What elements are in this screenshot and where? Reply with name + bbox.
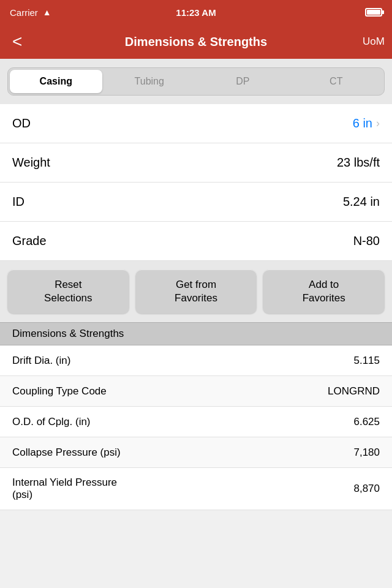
details-table: Drift Dia. (in) 5.115 Coupling Type Code… — [0, 345, 392, 510]
od-label: OD — [12, 116, 31, 130]
reset-selections-button[interactable]: ResetSelections — [7, 270, 129, 314]
collapse-pressure-row: Collapse Pressure (psi) 7,180 — [0, 437, 392, 468]
id-row: ID 5.24 in — [0, 183, 392, 222]
internal-yield-label: Internal Yield Pressure(psi) — [12, 477, 353, 501]
drift-dia-value: 5.115 — [353, 355, 380, 367]
grade-value: N-80 — [353, 234, 380, 248]
drift-dia-row: Drift Dia. (in) 5.115 — [0, 345, 392, 376]
drift-dia-label: Drift Dia. (in) — [12, 355, 353, 367]
coupling-type-value: LONGRND — [328, 385, 380, 398]
nav-title: Dimensions & Strengths — [125, 35, 267, 49]
segment-dp[interactable]: DP — [197, 70, 289, 93]
segment-tubing[interactable]: Tubing — [104, 70, 196, 93]
grade-row: Grade N-80 — [0, 222, 392, 261]
od-value-text: 6 in — [353, 116, 372, 130]
coupling-type-row: Coupling Type Code LONGRND — [0, 376, 392, 407]
status-bar: Carrier ▲ 11:23 AM — [0, 0, 392, 24]
od-value: 6 in › — [353, 116, 380, 130]
od-cplg-value: 6.625 — [353, 416, 380, 428]
nav-bar: < Dimensions & Strengths UoM — [0, 24, 392, 59]
status-bar-left: Carrier ▲ — [10, 7, 51, 18]
segment-ct[interactable]: CT — [290, 70, 383, 93]
weight-label: Weight — [12, 156, 50, 170]
battery-icon — [365, 8, 382, 17]
weight-value: 23 lbs/ft — [337, 156, 380, 170]
status-bar-time: 11:23 AM — [176, 7, 216, 18]
add-to-favorites-button[interactable]: Add toFavorites — [263, 270, 385, 314]
get-from-favorites-button[interactable]: Get fromFavorites — [135, 270, 257, 314]
wifi-icon: ▲ — [43, 7, 51, 17]
buttons-row: ResetSelections Get fromFavorites Add to… — [0, 261, 392, 322]
carrier-text: Carrier — [10, 7, 38, 18]
weight-row: Weight 23 lbs/ft — [0, 143, 392, 183]
segment-container: Casing Tubing DP CT — [0, 59, 392, 104]
uom-button[interactable]: UoM — [363, 36, 385, 48]
collapse-pressure-value: 7,180 — [353, 447, 380, 459]
coupling-type-label: Coupling Type Code — [12, 385, 328, 398]
status-bar-right — [365, 8, 382, 17]
od-cplg-label: O.D. of Cplg. (in) — [12, 416, 353, 428]
id-label: ID — [12, 195, 24, 209]
internal-yield-value: 8,870 — [353, 483, 380, 495]
back-button[interactable]: < — [7, 31, 27, 53]
internal-yield-row: Internal Yield Pressure(psi) 8,870 — [0, 468, 392, 510]
od-chevron: › — [376, 117, 380, 130]
section-header: Dimensions & Strengths — [0, 322, 392, 345]
collapse-pressure-label: Collapse Pressure (psi) — [12, 447, 353, 459]
od-cplg-row: O.D. of Cplg. (in) 6.625 — [0, 407, 392, 437]
od-row[interactable]: OD 6 in › — [0, 104, 392, 143]
segment-casing[interactable]: Casing — [10, 70, 102, 93]
id-value: 5.24 in — [343, 195, 380, 209]
segment-control: Casing Tubing DP CT — [7, 67, 385, 96]
grade-label: Grade — [12, 234, 47, 248]
